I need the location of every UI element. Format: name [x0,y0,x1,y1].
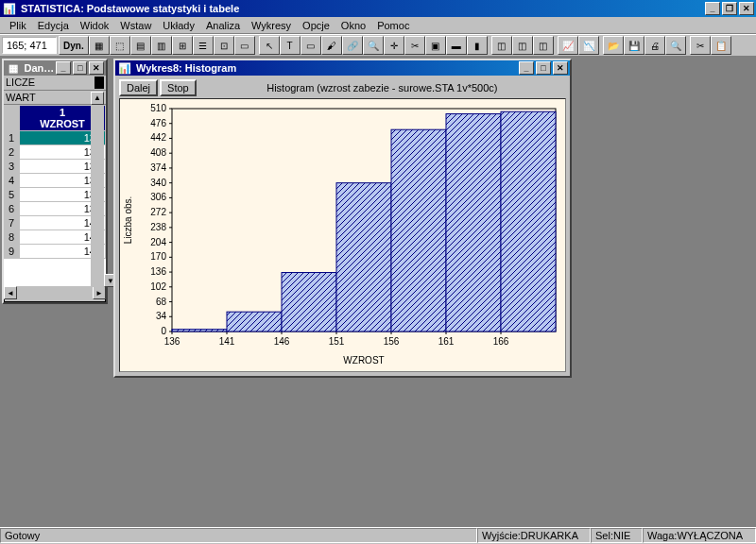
data-window-titlebar[interactable]: ▦ Dan… _ □ ✕ [4,60,106,76]
tb-box-icon[interactable]: ▣ [425,36,446,55]
svg-rect-54 [501,111,556,332]
tb-preview-icon[interactable]: 🔍 [665,36,686,55]
tb-btn-d[interactable]: ◫ [512,36,533,55]
status-waga: Waga:WYŁĄCZONA [643,528,756,543]
menu-okno[interactable]: Okno [335,20,371,31]
statusbar: Gotowy Wyjście:DRUKARKA Sel:NIE Waga:WYŁ… [0,527,756,544]
menu-plik[interactable]: Plik [4,20,32,31]
close-button[interactable]: ✕ [739,2,754,15]
chart-title: Histogram (wzrost zabezie - surowe.STA 1… [198,82,566,94]
minimize-button[interactable]: _ [705,2,720,15]
hscrollbar[interactable]: ◄ ► [4,286,106,299]
tb-chart1-icon[interactable]: 📈 [558,36,578,55]
svg-text:151: 151 [329,336,345,347]
vscrollbar[interactable]: ▲ ▼ [91,91,104,287]
mdi-workspace: ▦ Dan… _ □ ✕ LICZE ▴ WART 1WZROST 1136 2… [0,57,756,527]
hist-max-button[interactable]: □ [536,61,551,75]
tb-btn-8[interactable]: ▭ [234,36,255,55]
scroll-left-icon[interactable]: ◄ [4,286,17,299]
svg-text:68: 68 [156,297,167,307]
histogram-window: 📊 Wykres8: Histogram _ □ ✕ Dalej Stop Hi… [113,59,572,378]
menu-analiza[interactable]: Analiza [200,20,246,31]
svg-text:146: 146 [274,336,290,347]
status-ready: Gotowy [0,528,477,543]
tb-rect-icon[interactable]: ▭ [301,36,321,55]
tb-copy-icon[interactable]: 📋 [711,36,731,55]
data-window: ▦ Dan… _ □ ✕ LICZE ▴ WART 1WZROST 1136 2… [2,59,108,304]
datawin-close-button[interactable]: ✕ [89,61,104,75]
tb-save-icon[interactable]: 💾 [624,36,644,55]
svg-text:WZROST: WZROST [343,355,384,366]
svg-rect-48 [172,330,227,332]
menu-widok[interactable]: Widok [75,20,115,31]
menu-uklady[interactable]: Układy [157,20,200,31]
tb-cut-icon[interactable]: ✂ [690,36,711,55]
svg-text:204: 204 [150,237,166,247]
tb-zoom-icon[interactable]: 🔍 [363,36,384,55]
sheet-icon: ▦ [6,60,21,76]
hdr-wart: WART [6,92,36,103]
plot-area: 0346810213617020423827230634037440844247… [119,98,566,372]
coord-display: 165; 471 [2,37,57,54]
col-num: 1 [24,107,101,118]
data-header-row: LICZE ▴ [4,76,106,91]
menu-opcje[interactable]: Opcje [297,20,335,31]
menu-pomoc[interactable]: Pomoc [371,20,415,31]
tb-chart2-icon[interactable]: 📉 [578,36,599,55]
svg-text:102: 102 [150,281,166,292]
tb-btn-5[interactable]: ⊞ [172,36,193,55]
hist-min-button[interactable]: _ [519,61,534,75]
dalej-button[interactable]: Dalej [119,79,158,96]
datawin-max-button[interactable]: □ [73,61,88,75]
svg-text:510: 510 [150,103,166,113]
stop-button[interactable]: Stop [160,79,197,96]
svg-rect-49 [227,312,282,332]
svg-text:476: 476 [150,118,166,128]
tb-btn-2[interactable]: ⬚ [110,36,130,55]
svg-text:161: 161 [438,336,455,347]
svg-text:238: 238 [150,222,166,232]
svg-rect-51 [336,183,391,332]
scroll-right-icon[interactable]: ► [93,286,106,299]
tb-btn-4[interactable]: ▥ [151,36,172,55]
tb-btn-1[interactable]: ▦ [89,36,110,55]
svg-text:141: 141 [219,336,235,347]
app-title: STATISTICA: Podstawowe statystyki i tabe… [21,3,239,14]
menu-wstaw[interactable]: Wstaw [114,20,157,31]
svg-rect-52 [391,129,446,332]
tb-btn-e[interactable]: ◫ [533,36,554,55]
data-window-title: Dan… [25,62,55,74]
tb-open-icon[interactable]: 📂 [603,36,624,55]
maximize-button[interactable]: ❐ [722,2,737,15]
app-titlebar: 📊 STATISTICA: Podstawowe statystyki i ta… [0,0,756,17]
tb-arrow-icon[interactable]: ↖ [259,36,280,55]
menu-edycja[interactable]: Edycja [32,20,75,31]
scroll-up-icon[interactable]: ▲ [91,92,104,105]
svg-text:34: 34 [156,311,167,321]
tb-btn-6[interactable]: ☰ [193,36,214,55]
tb-point-icon[interactable]: ✛ [384,36,404,55]
hist-close-button[interactable]: ✕ [553,61,568,75]
tb-btn-b[interactable]: ▮ [467,36,488,55]
chart-icon: 📊 [117,60,132,76]
tb-btn-c[interactable]: ◫ [491,36,512,55]
tb-link-icon[interactable]: 🔗 [342,36,363,55]
svg-text:170: 170 [150,251,166,262]
tb-paint-icon[interactable]: 🖌 [321,36,342,55]
tb-btn-7[interactable]: ⊡ [214,36,234,55]
menu-wykresy[interactable]: Wykresy [246,20,297,31]
dyn-button[interactable]: Dyn. [59,36,89,55]
app-icon: 📊 [2,1,17,16]
tb-btn-3[interactable]: ▤ [130,36,151,55]
svg-text:0: 0 [161,326,166,336]
status-sel: Sel:NIE [591,528,643,543]
tb-print-icon[interactable]: 🖨 [644,36,665,55]
datawin-min-button[interactable]: _ [56,61,71,75]
svg-text:374: 374 [150,162,166,173]
tb-text-icon[interactable]: T [280,36,301,55]
hist-titlebar[interactable]: 📊 Wykres8: Histogram _ □ ✕ [115,60,570,76]
tb-crop-icon[interactable]: ✂ [404,36,425,55]
col-name: WZROST [24,118,101,129]
svg-text:136: 136 [164,336,180,347]
tb-btn-a[interactable]: ▬ [446,36,467,55]
